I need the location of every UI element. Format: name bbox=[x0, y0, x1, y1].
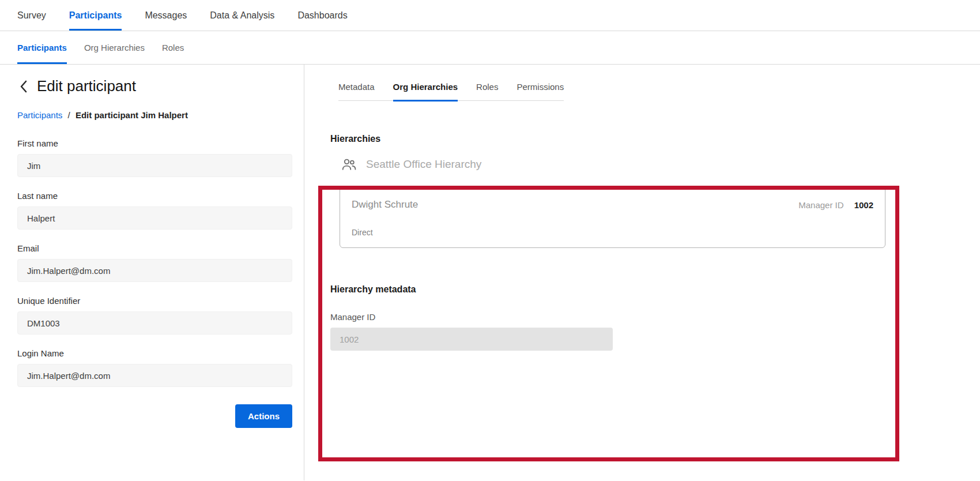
tab-metadata[interactable]: Metadata bbox=[338, 82, 375, 102]
hierarchy-name-row: Seattle Office Hierarchy bbox=[341, 157, 481, 172]
breadcrumb: Participants / Edit participant Jim Halp… bbox=[17, 110, 304, 120]
nav-tab-participants[interactable]: Participants bbox=[69, 0, 122, 31]
hierarchy-metadata-manager-id-input bbox=[330, 328, 613, 351]
unique-identifier-field-group: Unique Identifier bbox=[17, 296, 304, 335]
actions-button[interactable]: Actions bbox=[235, 404, 292, 428]
email-input[interactable] bbox=[17, 259, 292, 282]
nav-tab-messages[interactable]: Messages bbox=[145, 0, 187, 31]
main-content: Edit participant Participants / Edit par… bbox=[0, 65, 980, 480]
email-field-group: Email bbox=[17, 243, 304, 282]
last-name-field-group: Last name bbox=[17, 191, 304, 230]
detail-tabs: Metadata Org Hierarchies Roles Permissio… bbox=[338, 82, 564, 101]
relationship-type: Direct bbox=[352, 228, 373, 237]
first-name-label: First name bbox=[17, 138, 304, 148]
last-name-input[interactable] bbox=[17, 206, 292, 230]
breadcrumb-current: Edit participant Jim Halpert bbox=[76, 110, 188, 120]
subnav-tab-participants[interactable]: Participants bbox=[17, 31, 67, 64]
breadcrumb-separator: / bbox=[68, 110, 70, 120]
subnav-tab-roles[interactable]: Roles bbox=[162, 31, 184, 64]
nav-tab-survey[interactable]: Survey bbox=[17, 0, 46, 31]
hierarchy-metadata-section-title: Hierarchy metadata bbox=[330, 284, 416, 295]
login-name-field-group: Login Name bbox=[17, 348, 304, 387]
login-name-input[interactable] bbox=[17, 364, 292, 387]
unique-identifier-input[interactable] bbox=[17, 311, 292, 335]
participant-detail-panel: Metadata Org Hierarchies Roles Permissio… bbox=[305, 65, 980, 480]
sub-navigation: Participants Org Hierarchies Roles bbox=[0, 31, 980, 65]
hierarchies-section-title: Hierarchies bbox=[330, 134, 380, 144]
first-name-field-group: First name bbox=[17, 138, 304, 177]
tab-permissions[interactable]: Permissions bbox=[517, 82, 564, 102]
nav-tab-data-analysis[interactable]: Data & Analysis bbox=[210, 0, 274, 31]
tab-org-hierarchies[interactable]: Org Hierarchies bbox=[393, 82, 458, 102]
back-button[interactable] bbox=[17, 80, 30, 93]
subnav-tab-org-hierarchies[interactable]: Org Hierarchies bbox=[84, 31, 145, 64]
manager-name: Dwight Schrute bbox=[352, 199, 418, 211]
nav-tab-dashboards[interactable]: Dashboards bbox=[297, 0, 347, 31]
last-name-label: Last name bbox=[17, 191, 304, 201]
manager-id-label: Manager ID bbox=[798, 200, 843, 210]
login-name-label: Login Name bbox=[17, 348, 304, 358]
hierarchy-metadata-manager-id-label: Manager ID bbox=[330, 312, 375, 322]
tab-roles[interactable]: Roles bbox=[476, 82, 498, 102]
hierarchy-relationship-card[interactable]: Dwight Schrute Manager ID 1002 Direct bbox=[340, 186, 885, 248]
people-group-icon bbox=[341, 157, 357, 172]
edit-participant-panel: Edit participant Participants / Edit par… bbox=[0, 65, 304, 480]
top-navigation: Survey Participants Messages Data & Anal… bbox=[0, 0, 980, 31]
chevron-left-icon bbox=[20, 80, 28, 93]
breadcrumb-participants-link[interactable]: Participants bbox=[17, 110, 62, 120]
email-label: Email bbox=[17, 243, 304, 253]
manager-id-value: 1002 bbox=[854, 200, 873, 210]
unique-identifier-label: Unique Identifier bbox=[17, 296, 304, 306]
first-name-input[interactable] bbox=[17, 154, 292, 177]
manager-id-group: Manager ID 1002 bbox=[798, 200, 873, 210]
page-title: Edit participant bbox=[37, 77, 136, 95]
hierarchy-name: Seattle Office Hierarchy bbox=[366, 158, 481, 171]
title-row: Edit participant bbox=[17, 77, 304, 95]
